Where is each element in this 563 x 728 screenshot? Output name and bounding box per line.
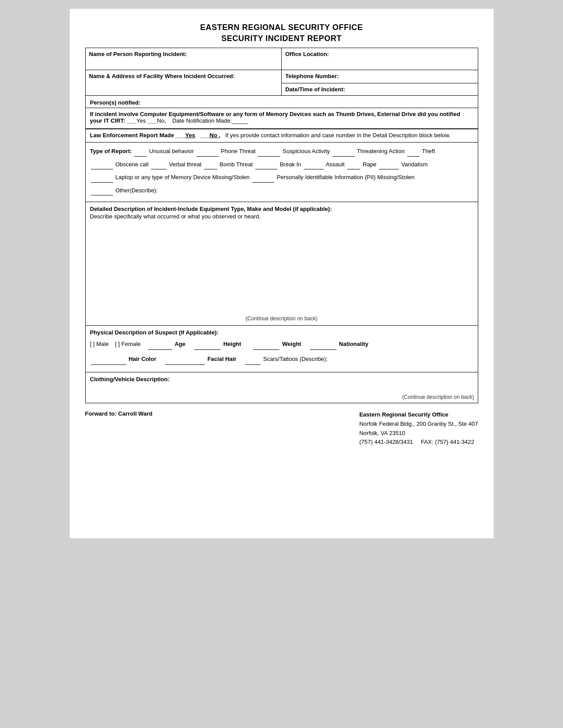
office-label: Office Location: xyxy=(285,51,329,57)
physical-row-1: [ ] Male [ ] Female Age Height Weight Na… xyxy=(90,338,473,350)
blank-phone xyxy=(196,156,219,157)
type-label: Type of Report: xyxy=(90,148,132,154)
type-row-2: Obscene call Verbal threat Bomb Threat B… xyxy=(90,159,473,169)
title-block: EASTERN REGIONAL SECURITY OFFICE SECURIT… xyxy=(85,22,478,44)
type-unusual: Unusual behavior xyxy=(149,148,194,154)
type-other: Other(Describe): xyxy=(115,187,158,194)
nationality-blank xyxy=(310,349,336,350)
type-vandalism: Vandalism xyxy=(401,161,428,168)
weight-label: Weight xyxy=(282,341,301,347)
type-breakin: Break In xyxy=(280,161,301,168)
row-name-office: Name of Person Reporting Incident: Offic… xyxy=(85,48,478,70)
clothing-section: Clothing/Vehicle Description: (Continue … xyxy=(85,372,478,403)
blank-breakin xyxy=(255,169,277,169)
blank-threatening xyxy=(333,156,355,157)
type-row-4: Other(Describe): xyxy=(90,185,473,195)
facial-hair-label: Facial Hair xyxy=(208,356,237,362)
blank-bomb xyxy=(204,169,217,169)
footer-fax: (757) 441-3422 xyxy=(435,439,474,445)
physical-label: Physical Description of Suspect (If Appl… xyxy=(90,329,473,336)
nationality-label: Nationality xyxy=(339,341,368,347)
footer-left: Forward to: Carroll Ward xyxy=(85,410,153,417)
persons-notified-section: Person(s) notified: xyxy=(85,96,478,108)
type-phone-threat: Phone Threat xyxy=(221,148,256,154)
blank-pii xyxy=(252,182,274,183)
type-row-3: Laptop or any type of Memory Device Miss… xyxy=(90,172,473,182)
blank-other xyxy=(91,195,113,195)
it-cirt-text: If incident involve Computer Equipment/S… xyxy=(90,111,473,124)
telephone-label: Telephone Number: xyxy=(285,73,339,79)
header-table: Name of Person Reporting Incident: Offic… xyxy=(85,48,478,96)
height-blank xyxy=(194,349,221,350)
footer-address1: Norfolk Federal Bldg., 200 Granby St., S… xyxy=(359,420,478,429)
footer-phone: (757) 441-3428/3431 xyxy=(359,439,413,445)
blank-rape xyxy=(347,169,360,169)
footer-org-name: Eastern Regional Security Office xyxy=(359,410,478,420)
male-checkbox: [ ] Male xyxy=(90,341,109,347)
physical-row-2: Hair Color Facial Hair Scars/Tattoos (De… xyxy=(90,353,473,365)
hair-color-label: Hair Color xyxy=(128,356,156,362)
detail-description-section: Detailed Description of Incident-Include… xyxy=(85,202,478,326)
title-line1: EASTERN REGIONAL SECURITY OFFICE xyxy=(85,22,478,33)
facility-label: Name & Address of Facility Where Inciden… xyxy=(89,73,235,79)
footer: Forward to: Carroll Ward Eastern Regiona… xyxy=(85,410,478,447)
title-line2: SECURITY INCIDENT REPORT xyxy=(85,33,478,44)
age-label: Age xyxy=(174,341,185,347)
row-facility-phone: Name & Address of Facility Where Inciden… xyxy=(85,70,478,83)
height-label: Height xyxy=(223,341,241,347)
type-obscene: Obscene call xyxy=(115,161,148,168)
facial-hair-blank xyxy=(165,364,205,365)
blank-obscene xyxy=(91,169,113,169)
age-blank xyxy=(148,349,172,350)
law-enforcement-text: Law Enforcement Report Made ___Yes ___No… xyxy=(90,132,473,139)
type-verbal: Verbal threat xyxy=(169,161,202,168)
scars-label: Scars/Tattoos (Describe): xyxy=(263,356,328,362)
footer-address2: Norfolk, VA 23510 xyxy=(359,429,478,438)
type-of-report-section: Type of Report: Unusual behavior Phone T… xyxy=(85,143,478,202)
blank-suspicious xyxy=(258,156,280,157)
it-cirt-section: If incident involve Computer Equipment/S… xyxy=(85,108,478,129)
persons-notified-label: Person(s) notified: xyxy=(90,99,141,106)
type-laptop: Laptop or any type of Memory Device Miss… xyxy=(115,174,249,180)
forward-label: Forward to: Carroll Ward xyxy=(85,410,153,417)
female-checkbox: [ ] Female xyxy=(115,341,141,347)
blank-laptop xyxy=(91,182,113,183)
physical-description-section: Physical Description of Suspect (If Appl… xyxy=(85,326,478,372)
clothing-label: Clothing/Vehicle Description: xyxy=(90,376,473,383)
footer-fax-label: FAX: xyxy=(421,439,433,445)
footer-right: Eastern Regional Security Office Norfolk… xyxy=(359,410,478,447)
hair-color-blank xyxy=(91,364,126,365)
type-suspicious: Suspicious Activity xyxy=(283,148,330,154)
datetime-label: Date/Time of Incident: xyxy=(285,86,345,93)
detail-label: Detailed Description of Incident-Include… xyxy=(90,206,473,212)
type-threatening: Threatening Action xyxy=(357,148,404,154)
name-label: Name of Person Reporting Incident: xyxy=(89,51,187,57)
detail-sub-label: Describe specifically what occurred or w… xyxy=(90,213,473,220)
footer-phone-fax: (757) 441-3428/3431 FAX: (757) 441-3422 xyxy=(359,438,478,447)
scars-blank xyxy=(245,364,261,365)
law-enforcement-section: Law Enforcement Report Made ___Yes ___No… xyxy=(85,129,478,143)
continue-note-clothing: (Continue description on back) xyxy=(402,394,474,400)
type-assault: Assault xyxy=(326,161,345,168)
type-theft: Theft xyxy=(422,148,435,154)
weight-blank xyxy=(253,349,280,350)
blank-assault xyxy=(304,169,324,169)
blank-vandalism xyxy=(379,169,399,169)
blank-theft xyxy=(407,156,419,157)
type-rape: Rape xyxy=(363,161,377,168)
type-pii: Personally Identifiable Information (PII… xyxy=(277,174,415,180)
continue-note-detail: (Continue description on back) xyxy=(246,315,317,322)
type-bomb: Bomb Threat xyxy=(220,161,253,168)
blank-verbal xyxy=(151,169,166,169)
blank-unusual xyxy=(134,156,147,157)
page: EASTERN REGIONAL SECURITY OFFICE SECURIT… xyxy=(70,9,494,538)
type-row-1: Type of Report: Unusual behavior Phone T… xyxy=(90,146,473,156)
